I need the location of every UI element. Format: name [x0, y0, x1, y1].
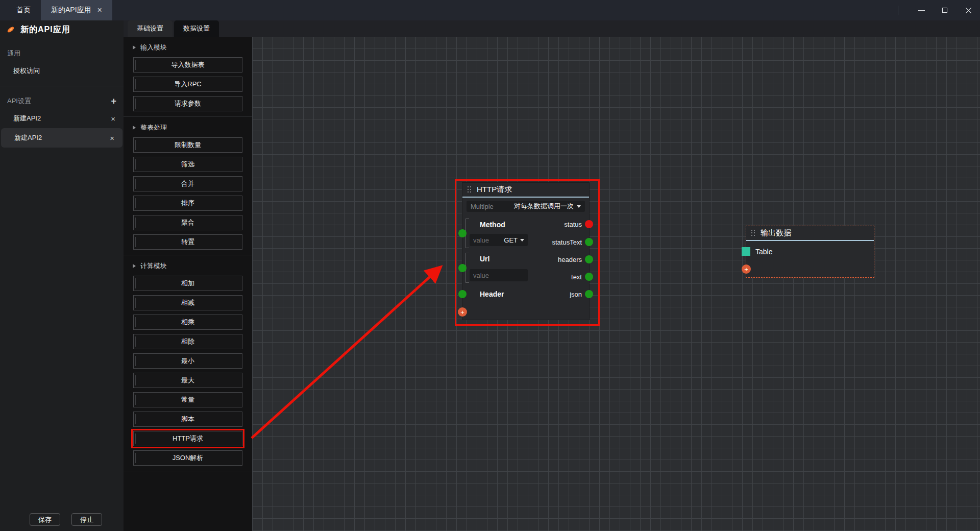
- module-button-max[interactable]: 最大: [133, 373, 242, 388]
- module-button-transpose[interactable]: 转置: [133, 234, 242, 250]
- module-button-import-rpc[interactable]: 导入RPC: [133, 77, 242, 92]
- output-port-status[interactable]: [585, 220, 593, 228]
- input-port-url[interactable]: [458, 264, 467, 272]
- close-icon: [965, 7, 972, 14]
- group-table-processing[interactable]: 整表处理: [124, 117, 252, 137]
- section-api-settings: API设置 +: [0, 93, 124, 109]
- method-select-value: GET: [504, 236, 518, 244]
- output-port-text[interactable]: [585, 273, 593, 281]
- api-2-close-icon[interactable]: ×: [110, 134, 114, 142]
- api-1-label: 新建API2: [13, 114, 41, 123]
- minimize-icon: [918, 10, 925, 11]
- tab-basic-settings-label: 基础设置: [137, 24, 163, 33]
- chevron-down-icon: [520, 239, 524, 242]
- module-button-constant[interactable]: 常量: [133, 392, 242, 407]
- module-button-merge[interactable]: 合并: [133, 176, 242, 191]
- group-compute-modules-label: 计算模块: [140, 261, 167, 271]
- method-field[interactable]: GET: [470, 234, 528, 246]
- method-value-input[interactable]: [473, 236, 504, 244]
- add-output-port-button[interactable]: +: [742, 264, 751, 274]
- section-general: 通用: [0, 46, 124, 61]
- sidebar-divider: [0, 86, 124, 86]
- module-button-filter[interactable]: 筛选: [133, 157, 242, 172]
- module-button-request-params[interactable]: 请求参数: [133, 96, 242, 111]
- node-canvas[interactable]: HTTP请求 Multiple 对每条数据调用一次 Method GET Url…: [252, 37, 980, 531]
- collapse-arrow-icon: [133, 264, 136, 268]
- output-label-json: json: [570, 291, 582, 298]
- section-general-label: 通用: [7, 49, 20, 58]
- sidebar-item-authorized-access[interactable]: 授权访问: [0, 61, 124, 81]
- tab-close-icon[interactable]: ×: [97, 6, 102, 14]
- group-input-modules[interactable]: 输入模块: [124, 37, 252, 57]
- url-value-input[interactable]: [473, 272, 524, 279]
- input-port-method[interactable]: [458, 229, 467, 237]
- output-label-headers: headers: [558, 256, 582, 263]
- method-select[interactable]: GET: [504, 236, 524, 244]
- module-button-import-table[interactable]: 导入数据表: [133, 57, 242, 73]
- table-item-label: Table: [755, 248, 772, 256]
- sidebar-footer: 保存 停止: [0, 513, 124, 526]
- tab-basic-settings[interactable]: 基础设置: [128, 20, 173, 37]
- output-port-json[interactable]: [585, 290, 593, 298]
- output-label-status: status: [564, 221, 582, 228]
- module-button-sort[interactable]: 排序: [133, 196, 242, 211]
- collapse-arrow-icon: [133, 45, 136, 50]
- sidebar-item-api-2[interactable]: 新建API2 ×: [1, 128, 122, 148]
- drag-handle-icon[interactable]: [751, 230, 755, 237]
- module-button-json-parse[interactable]: JSON解析: [133, 450, 242, 466]
- group-divider: [124, 471, 252, 471]
- sidebar: 新的API应用 通用 授权访问 API设置 + 新建API2 × 新建API2 …: [0, 20, 124, 531]
- module-button-add[interactable]: 相加: [133, 276, 242, 291]
- output-node-header[interactable]: 输出数据: [746, 226, 874, 241]
- save-button[interactable]: 保存: [30, 513, 60, 526]
- multiple-mode-dropdown[interactable]: Multiple 对每条数据调用一次: [467, 201, 585, 212]
- titlebar-tab-home-label: 首页: [16, 6, 31, 15]
- output-port-statustext[interactable]: [585, 238, 593, 246]
- titlebar-tab-new-api-app[interactable]: 新的API应用 ×: [41, 0, 112, 20]
- group-input-modules-label: 输入模块: [140, 43, 167, 52]
- module-button-limit[interactable]: 限制数量: [133, 137, 242, 153]
- output-label-statustext: statusText: [552, 238, 582, 246]
- titlebar-tab-new-api-app-label: 新的API应用: [51, 6, 91, 15]
- tab-data-settings[interactable]: 数据设置: [174, 20, 219, 37]
- module-button-subtract[interactable]: 相减: [133, 295, 242, 310]
- module-button-multiply[interactable]: 相乘: [133, 315, 242, 330]
- method-label: Method: [480, 221, 505, 229]
- http-node-header[interactable]: HTTP请求: [462, 183, 589, 198]
- app-title: 新的API应用: [20, 25, 70, 35]
- output-data-node[interactable]: 输出数据 Table +: [746, 226, 874, 278]
- module-button-aggregate[interactable]: 聚合: [133, 215, 242, 230]
- close-button[interactable]: [957, 0, 980, 20]
- chevron-down-icon: [577, 205, 581, 208]
- module-button-script[interactable]: 脚本: [133, 412, 242, 427]
- add-api-icon[interactable]: +: [111, 96, 116, 106]
- http-node-title: HTTP请求: [477, 185, 512, 195]
- sidebar-item-api-1[interactable]: 新建API2 ×: [0, 109, 124, 128]
- restore-button[interactable]: [933, 0, 957, 20]
- output-port-headers[interactable]: [585, 255, 593, 263]
- add-input-port-button[interactable]: +: [458, 307, 467, 317]
- multiple-value: 对每条数据调用一次: [514, 202, 574, 211]
- table-input-port[interactable]: [742, 247, 750, 256]
- input-port-header[interactable]: [458, 290, 467, 298]
- url-field[interactable]: [470, 269, 528, 281]
- collapse-arrow-icon: [133, 126, 136, 130]
- module-button-divide[interactable]: 相除: [133, 334, 242, 349]
- window-controls: [898, 0, 980, 20]
- multiple-label: Multiple: [471, 203, 494, 210]
- window-controls-divider: [898, 6, 898, 15]
- module-panel: 输入模块 导入数据表 导入RPC 请求参数 整表处理 限制数量 筛选 合并 排序…: [124, 37, 252, 531]
- titlebar-tab-home[interactable]: 首页: [6, 0, 41, 20]
- minimize-button[interactable]: [910, 0, 933, 20]
- tab-data-settings-label: 数据设置: [183, 24, 210, 33]
- group-compute-modules[interactable]: 计算模块: [124, 255, 252, 276]
- header-label: Header: [480, 290, 504, 298]
- authorized-access-label: 授权访问: [13, 66, 40, 76]
- module-button-min[interactable]: 最小: [133, 353, 242, 369]
- module-button-http-request[interactable]: HTTP请求: [133, 431, 242, 446]
- output-label-text: text: [571, 273, 582, 281]
- stop-button[interactable]: 停止: [71, 513, 102, 526]
- http-request-node[interactable]: HTTP请求 Multiple 对每条数据调用一次 Method GET Url…: [462, 183, 589, 320]
- api-1-close-icon[interactable]: ×: [111, 114, 115, 123]
- drag-handle-icon[interactable]: [468, 186, 472, 194]
